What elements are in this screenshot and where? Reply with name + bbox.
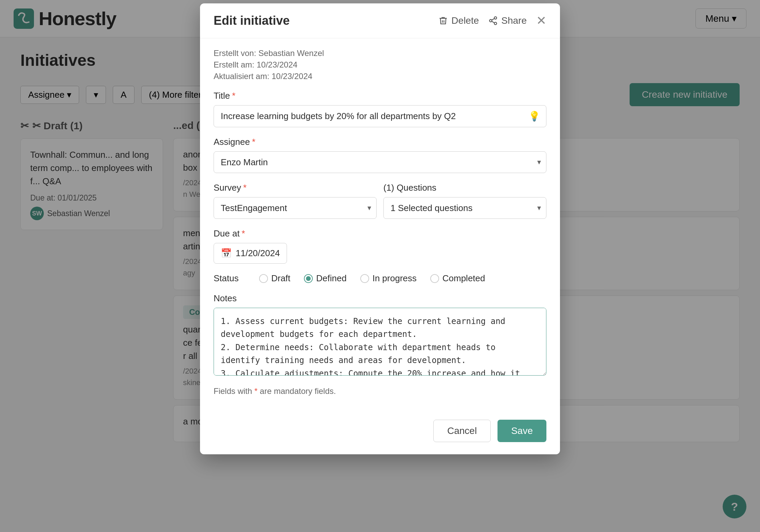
survey-required-star: * xyxy=(243,183,247,193)
modal-header: Edit initiative Delete xyxy=(200,3,560,38)
questions-select[interactable]: 1 Selected questions xyxy=(383,197,546,219)
svg-line-4 xyxy=(492,21,494,23)
bulb-icon: 💡 xyxy=(528,111,540,122)
svg-point-2 xyxy=(490,20,492,22)
modal-footer: Cancel Save xyxy=(200,420,560,454)
date-value: 11/20/2024 xyxy=(236,248,280,259)
title-form-group: Title * 💡 xyxy=(214,91,546,127)
mandatory-note: Fields with * are mandatory fields. xyxy=(214,386,546,396)
survey-group: Survey * TestEngagement ▾ xyxy=(214,183,377,219)
due-at-form-group: Due at * 📅 11/20/2024 xyxy=(214,228,546,264)
status-draft-radio[interactable] xyxy=(259,274,268,283)
modal-header-actions: Delete Share ✕ xyxy=(438,15,546,27)
status-label: Status xyxy=(214,273,239,284)
svg-line-5 xyxy=(492,19,494,20)
notes-textarea[interactable]: 1. Assess current budgets: Review the cu… xyxy=(214,308,546,376)
status-form-group: Status Draft Defined In progress xyxy=(214,273,546,284)
assignee-required-star: * xyxy=(252,137,255,147)
status-completed-radio[interactable] xyxy=(430,274,439,283)
delete-icon xyxy=(438,16,448,25)
questions-label: (1) Questions xyxy=(383,183,546,193)
status-defined-radio[interactable] xyxy=(304,274,313,283)
survey-select-wrapper: TestEngagement ▾ xyxy=(214,197,377,219)
meta-created-at: Erstellt am: 10/23/2024 xyxy=(214,60,546,70)
meta-updated-at: Aktualisiert am: 10/23/2024 xyxy=(214,72,546,81)
modal-title: Edit initiative xyxy=(214,14,290,28)
due-at-required-star: * xyxy=(242,228,245,239)
questions-select-wrapper: 1 Selected questions ▾ xyxy=(383,197,546,219)
save-btn[interactable]: Save xyxy=(497,420,546,442)
title-input[interactable] xyxy=(214,105,546,127)
status-defined-option[interactable]: Defined xyxy=(304,273,347,284)
status-inprogress-radio[interactable] xyxy=(360,274,369,283)
questions-group: (1) Questions 1 Selected questions ▾ xyxy=(383,183,546,219)
status-inprogress-option[interactable]: In progress xyxy=(360,273,417,284)
status-completed-option[interactable]: Completed xyxy=(430,273,485,284)
title-label: Title * xyxy=(214,91,546,101)
edit-initiative-modal: Edit initiative Delete xyxy=(200,3,560,454)
notes-label: Notes xyxy=(214,293,546,304)
assignee-label: Assignee * xyxy=(214,137,546,147)
share-icon xyxy=(488,16,498,25)
svg-point-3 xyxy=(494,22,497,25)
title-required-star: * xyxy=(232,91,235,101)
status-defined-radio-inner xyxy=(306,276,311,281)
delete-btn[interactable]: Delete xyxy=(438,15,479,26)
status-row: Status Draft Defined In progress xyxy=(214,273,546,284)
notes-form-group: Notes 1. Assess current budgets: Review … xyxy=(214,293,546,377)
survey-select[interactable]: TestEngagement xyxy=(214,197,377,219)
modal-body: Erstellt von: Sebastian Wenzel Erstellt … xyxy=(200,38,560,420)
survey-label: Survey * xyxy=(214,183,377,193)
assignee-select[interactable]: Enzo Martin Sebastian Wenzel xyxy=(214,151,546,173)
survey-questions-row: Survey * TestEngagement ▾ (1) Questions … xyxy=(214,183,546,219)
close-modal-btn[interactable]: ✕ xyxy=(536,15,546,27)
date-input-wrapper[interactable]: 📅 11/20/2024 xyxy=(214,243,287,264)
calendar-icon: 📅 xyxy=(221,248,232,259)
meta-created-by: Erstellt von: Sebastian Wenzel xyxy=(214,49,546,58)
share-btn[interactable]: Share xyxy=(488,15,527,26)
cancel-btn[interactable]: Cancel xyxy=(433,420,491,442)
assignee-form-group: Assignee * Enzo Martin Sebastian Wenzel … xyxy=(214,137,546,173)
meta-info: Erstellt von: Sebastian Wenzel Erstellt … xyxy=(214,49,546,81)
status-draft-option[interactable]: Draft xyxy=(259,273,290,284)
due-at-label: Due at * xyxy=(214,228,546,239)
title-input-wrapper: 💡 xyxy=(214,105,546,127)
assignee-select-wrapper: Enzo Martin Sebastian Wenzel ▾ xyxy=(214,151,546,173)
svg-point-1 xyxy=(494,17,497,19)
